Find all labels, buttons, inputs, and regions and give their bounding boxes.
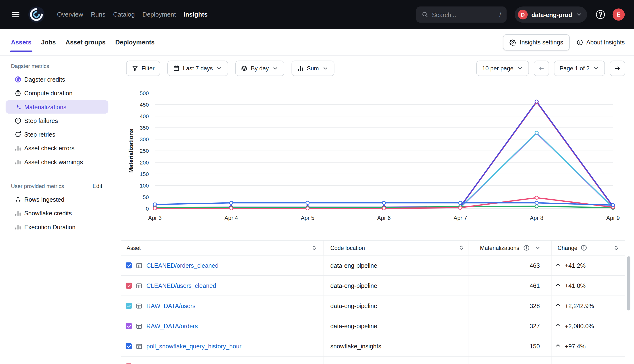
alert-circle-icon: [15, 117, 22, 124]
org-switcher[interactable]: D data-eng-prod: [515, 6, 587, 22]
nav-item-runs[interactable]: Runs: [91, 11, 106, 18]
asset-link[interactable]: RAW_DATA/users: [146, 302, 195, 309]
menu-button[interactable]: [11, 10, 20, 19]
org-badge: D: [518, 10, 528, 19]
dagster-logo-icon[interactable]: [28, 6, 45, 23]
user-avatar[interactable]: E: [613, 8, 625, 21]
nav-item-catalog[interactable]: Catalog: [113, 11, 135, 18]
about-insights-link[interactable]: About Insights: [576, 39, 625, 46]
nav-item-insights[interactable]: Insights: [184, 11, 208, 18]
sidebar-item-snowflake-credits[interactable]: Snowflake credits: [6, 206, 108, 220]
arrow-left-icon[interactable]: [538, 65, 545, 72]
edit-metrics-link[interactable]: Edit: [92, 183, 102, 189]
column-header-code-location[interactable]: Code location: [324, 240, 469, 255]
asset-cell: RAW_DATA/users: [121, 296, 324, 316]
sidebar-item-execution-duration[interactable]: Execution Duration: [6, 220, 108, 234]
change-cell: +2,080.0%: [552, 316, 625, 336]
asset-link[interactable]: CLEANED/orders_cleaned: [146, 262, 218, 269]
sort-both-icon[interactable]: [613, 245, 619, 251]
date-range-dropdown[interactable]: Last 7 days: [168, 61, 228, 76]
primary-nav: OverviewRunsCatalogDeploymentInsights: [57, 11, 208, 18]
sidebar-item-step-retries[interactable]: Step retries: [6, 128, 108, 141]
sidebar-item-label: Step retries: [24, 131, 55, 138]
sidebar-item-asset-check-warnings[interactable]: Asset check warnings: [6, 155, 108, 169]
sidebar-item-label: Materializations: [24, 104, 66, 110]
materializations-cell: [469, 356, 552, 364]
next-page-button[interactable]: [610, 61, 625, 76]
grid-icon: [136, 343, 142, 350]
change-cell: +97.4%: [552, 336, 625, 356]
asset-checkbox[interactable]: [126, 282, 132, 288]
code-location-cell: data-eng-pipeline: [324, 316, 469, 336]
tab-jobs[interactable]: Jobs: [41, 39, 56, 46]
tab-actions: Insights settings About Insights: [503, 34, 625, 50]
nav-item-deployment[interactable]: Deployment: [142, 11, 176, 18]
tab-deployments[interactable]: Deployments: [115, 39, 155, 46]
arrow-up-icon: [555, 323, 561, 329]
help-button[interactable]: [595, 9, 606, 20]
dagster-insights-app: OverviewRunsCatalogDeploymentInsights Se…: [0, 0, 634, 364]
chevron-down-icon[interactable]: [534, 245, 541, 251]
svg-text:100: 100: [140, 182, 149, 189]
table-scrollbar[interactable]: [627, 256, 630, 310]
materializations-value: 463: [530, 262, 540, 269]
tab-assets[interactable]: Assets: [11, 39, 32, 46]
chevron-down-icon: [593, 65, 599, 72]
sort-both-icon[interactable]: [311, 245, 318, 251]
sidebar-item-dagster-credits[interactable]: Dagster credits: [6, 73, 108, 86]
insights-settings-button[interactable]: Insights settings: [503, 34, 570, 50]
sidebar-item-step-failures[interactable]: Step failures: [6, 114, 108, 128]
sidebar-item-materializations[interactable]: Materializations: [6, 100, 108, 114]
table-row: RAW_DATA/ordersdata-eng-pipeline327+2,08…: [121, 316, 625, 336]
info-icon[interactable]: [581, 245, 587, 251]
insights-tab-bar: AssetsJobsAsset groupsDeployments Insigh…: [0, 29, 634, 56]
asset-link[interactable]: CLEANED/users_cleaned: [146, 282, 216, 289]
group-by-dropdown[interactable]: By day: [236, 61, 284, 76]
bar-chart-icon: [15, 158, 22, 166]
sidebar-item-rows-ingested[interactable]: Rows Ingested: [6, 193, 108, 206]
code-location-cell: data-eng-pipeline: [324, 296, 469, 316]
column-label: Code location: [330, 245, 365, 251]
asset-link[interactable]: poll_snowflake_query_history_hour: [146, 343, 241, 350]
table-row: CLEANED/users_cleaneddata-eng-pipeline46…: [121, 276, 625, 296]
layers-icon: [241, 65, 248, 72]
asset-checkbox[interactable]: [126, 364, 132, 364]
asset-cell: CLEANED/users_cleaned: [121, 276, 324, 296]
asset-checkbox[interactable]: [126, 262, 132, 268]
sidebar-item-compute-duration[interactable]: Compute duration: [6, 86, 108, 100]
dagster-logo[interactable]: [28, 6, 45, 23]
arrow-up-icon: [555, 262, 561, 269]
materializations-value: 328: [530, 302, 540, 309]
column-label: Asset: [126, 245, 141, 251]
search-icon: [422, 11, 428, 18]
page-dropdown[interactable]: Page 1 of 2: [554, 61, 605, 76]
column-header-materializations[interactable]: Materializations: [469, 240, 552, 255]
nav-item-overview[interactable]: Overview: [57, 11, 83, 18]
asset-checkbox[interactable]: [126, 303, 132, 309]
search-input[interactable]: Search... /: [416, 6, 507, 22]
arrow-right-icon[interactable]: [614, 65, 621, 72]
materializations-cell: 327: [469, 316, 552, 336]
hamburger-icon[interactable]: [11, 10, 20, 19]
svg-text:450: 450: [140, 102, 149, 108]
asset-checkbox[interactable]: [126, 323, 132, 329]
sort-both-icon[interactable]: [458, 245, 465, 251]
column-header-asset[interactable]: Asset: [121, 240, 324, 255]
aggregation-dropdown[interactable]: Sum: [292, 61, 334, 76]
change-value: +2,242.9%: [565, 302, 594, 309]
filter-button[interactable]: Filter: [126, 61, 160, 76]
table-row: [121, 356, 625, 364]
tab-asset-groups[interactable]: Asset groups: [66, 39, 106, 46]
asset-cell: [121, 356, 324, 364]
svg-text:Materializations: Materializations: [128, 129, 134, 173]
column-label: Change: [558, 245, 578, 251]
info-icon[interactable]: [523, 245, 530, 251]
per-page-dropdown[interactable]: 10 per page: [476, 61, 529, 76]
asset-checkbox[interactable]: [126, 343, 132, 349]
question-icon[interactable]: [595, 9, 606, 20]
prev-page-button[interactable]: [534, 61, 549, 76]
asset-link[interactable]: RAW_DATA/orders: [146, 323, 198, 330]
org-name: data-eng-prod: [532, 11, 572, 18]
sidebar-item-asset-check-errors[interactable]: Asset check errors: [6, 142, 108, 155]
column-header-change[interactable]: Change: [552, 240, 625, 255]
